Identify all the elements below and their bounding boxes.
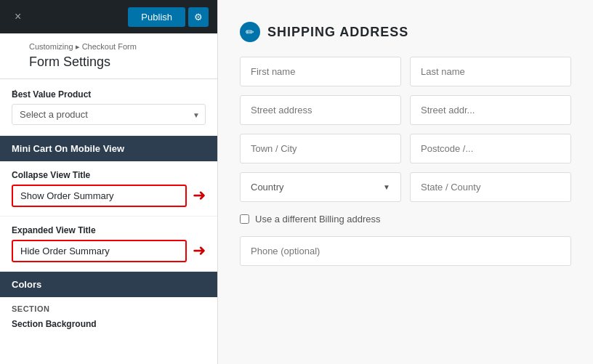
collapse-arrow-area: ➜ xyxy=(12,185,206,207)
country-dropdown-icon: ▼ xyxy=(383,183,390,191)
best-value-label: Best Value Product xyxy=(12,89,206,100)
last-name-input[interactable] xyxy=(410,57,571,86)
country-row: Country ▼ xyxy=(240,172,571,202)
collapse-view-group: Collapse View Title ➜ xyxy=(0,161,217,217)
main-content: ✏ SHIPPING ADDRESS Country ▼ xyxy=(218,0,593,364)
expanded-view-label: Expanded View Title xyxy=(12,225,206,235)
street-address-2-input[interactable] xyxy=(410,95,571,125)
billing-row: Use a different Billing address xyxy=(240,211,571,227)
shipping-title: SHIPPING ADDRESS xyxy=(267,25,408,40)
sidebar: × Publish ⚙ ‹ Customizing ▸ Checkout For… xyxy=(0,0,218,364)
shipping-header: ✏ SHIPPING ADDRESS xyxy=(240,22,571,42)
expanded-view-input[interactable] xyxy=(12,240,187,262)
red-arrow-1: ➜ xyxy=(193,186,206,205)
phone-input[interactable] xyxy=(240,236,571,266)
section-bg-label: Section Background xyxy=(0,315,217,338)
town-city-input[interactable] xyxy=(240,134,401,163)
gear-button[interactable]: ⚙ xyxy=(188,7,209,27)
product-select-wrap: Select a product xyxy=(12,104,206,125)
colors-section-header: Colors xyxy=(0,272,217,297)
best-value-section: Best Value Product Select a product xyxy=(0,79,217,136)
breadcrumb: Customizing ▸ Checkout Form xyxy=(29,42,206,52)
publish-area: Publish ⚙ xyxy=(128,7,209,27)
town-row xyxy=(240,134,571,163)
product-select[interactable]: Select a product xyxy=(12,104,206,125)
postcode-input[interactable] xyxy=(410,134,571,163)
street-row xyxy=(240,95,571,125)
collapse-view-input[interactable] xyxy=(12,185,187,207)
mini-cart-section-header: Mini Cart On Mobile View xyxy=(0,136,217,161)
section-label: SECTION xyxy=(0,297,217,315)
red-arrow-2: ➜ xyxy=(193,241,206,260)
breadcrumb-area: ‹ Customizing ▸ Checkout Form Form Setti… xyxy=(0,33,217,79)
country-select[interactable]: Country ▼ xyxy=(240,172,401,202)
sidebar-section-title: Form Settings xyxy=(29,54,206,70)
collapse-view-label: Collapse View Title xyxy=(12,170,206,180)
country-label: Country xyxy=(251,182,284,193)
billing-label: Use a different Billing address xyxy=(255,214,380,225)
shipping-form: Country ▼ Use a different Billing addres… xyxy=(240,57,571,266)
topbar: × Publish ⚙ xyxy=(0,0,217,33)
state-county-input[interactable] xyxy=(410,172,571,202)
close-button[interactable]: × xyxy=(9,8,27,25)
name-row xyxy=(240,57,571,86)
shipping-icon: ✏ xyxy=(240,22,260,42)
expanded-view-group: Expanded View Title ➜ xyxy=(0,217,217,272)
publish-button[interactable]: Publish xyxy=(128,7,185,27)
expanded-arrow-area: ➜ xyxy=(12,240,206,262)
billing-checkbox[interactable] xyxy=(240,214,249,224)
first-name-input[interactable] xyxy=(240,57,401,86)
street-address-input[interactable] xyxy=(240,95,401,125)
